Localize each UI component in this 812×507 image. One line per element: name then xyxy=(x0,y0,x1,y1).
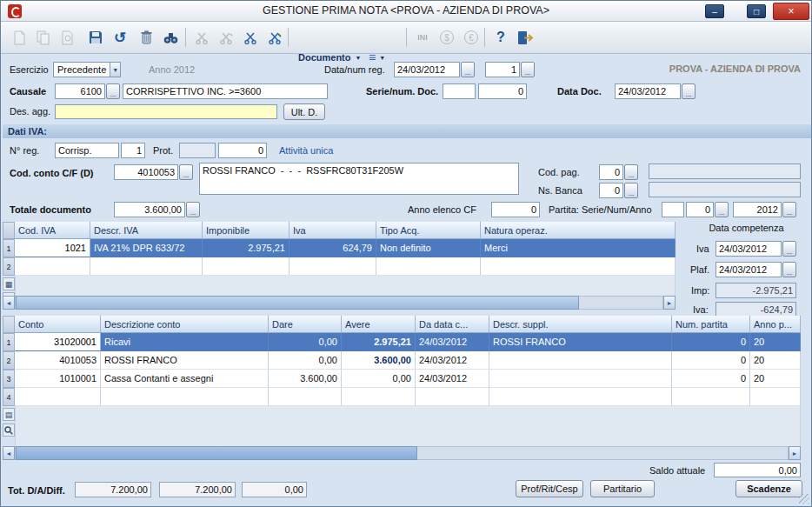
close-button[interactable]: × xyxy=(773,3,809,20)
cell-descrizione[interactable]: ROSSI FRANCO xyxy=(101,351,269,370)
restore-row-icon[interactable] xyxy=(263,26,286,49)
cod-conto-field[interactable]: 4010053 xyxy=(114,164,178,180)
save-icon[interactable] xyxy=(84,26,107,49)
help-icon[interactable]: ? xyxy=(489,26,512,49)
delete-icon[interactable] xyxy=(135,26,157,49)
num-reg-field[interactable]: 1 xyxy=(485,62,520,77)
cell-iva[interactable] xyxy=(290,257,376,276)
iva-grid-row[interactable] xyxy=(15,257,676,276)
undo-icon[interactable]: ↺ xyxy=(109,26,131,49)
cell-iva[interactable]: 624,79 xyxy=(290,239,376,257)
grid-view-icon[interactable]: ▦ xyxy=(3,277,15,290)
cell-avere[interactable]: 2.975,21 xyxy=(342,333,416,351)
cell-num-partita[interactable]: 0 xyxy=(672,333,750,351)
attivita-link[interactable]: Attività unica xyxy=(279,145,333,156)
data-doc-field[interactable]: 24/03/2012 xyxy=(615,83,681,99)
num-doc-field[interactable]: 0 xyxy=(478,83,527,99)
magnifier-icon[interactable] xyxy=(3,424,15,437)
cell-conto[interactable]: 31020001 xyxy=(15,333,101,351)
col-header-natura-operaz[interactable]: Natura operaz. xyxy=(481,222,676,239)
conti-grid-row[interactable]: 1010001 Cassa Contanti e assegni 3.600,0… xyxy=(15,370,801,388)
data-doc-picker-button[interactable]: ... xyxy=(682,83,696,99)
conti-scrollbar-thumb[interactable] xyxy=(16,446,417,460)
serie-doc-field[interactable] xyxy=(443,83,476,99)
ult-d-button[interactable]: Ult. D. xyxy=(283,103,325,120)
partita-anno-field[interactable]: 2012 xyxy=(733,202,782,217)
maximize-button[interactable]: □ xyxy=(747,4,766,18)
cell-dare[interactable]: 0,00 xyxy=(269,351,342,370)
cell-descrizione[interactable] xyxy=(101,388,269,406)
num-reg-picker-button[interactable]: ... xyxy=(521,62,535,77)
conti-scroll-right-arrow[interactable]: ► xyxy=(789,446,801,460)
causale-code-field[interactable]: 6100 xyxy=(55,83,105,99)
cell-imponibile[interactable] xyxy=(203,257,290,276)
partita-num-field[interactable]: 0 xyxy=(686,202,714,217)
des-agg-field[interactable] xyxy=(55,104,277,119)
cell-tipo-acq[interactable]: Non definito xyxy=(376,239,481,257)
competenza-iva-field[interactable]: 24/03/2012 xyxy=(715,241,782,257)
cell-dare[interactable]: 3.600,00 xyxy=(269,370,342,388)
plaf-field[interactable]: 24/03/2012 xyxy=(715,262,782,277)
partita-anno-picker-button[interactable]: ... xyxy=(782,202,796,217)
cell-anno[interactable]: 20 xyxy=(750,351,801,370)
cell-dare[interactable] xyxy=(269,388,342,406)
iva-scrollbar-thumb[interactable] xyxy=(16,296,579,310)
cell-descr-iva[interactable]: IVA 21% DPR 633/72 xyxy=(90,239,203,257)
cell-descrizione[interactable]: Cassa Contanti e assegni xyxy=(101,370,269,388)
data-reg-picker-button[interactable]: ... xyxy=(461,62,475,77)
iva-grid-row[interactable]: 1021 IVA 21% DPR 633/72 2.975,21 624,79 … xyxy=(15,239,676,257)
data-reg-field[interactable]: 24/03/2012 xyxy=(394,62,460,77)
cell-descrizione[interactable]: Ricavi xyxy=(101,333,269,351)
cell-descr-suppl[interactable] xyxy=(489,370,672,388)
col-header-iva[interactable]: Iva xyxy=(290,222,376,239)
conti-grid-row[interactable]: 31020001 Ricavi 0,00 2.975,21 24/03/2012… xyxy=(15,333,801,351)
col-header-da-data[interactable]: Da data c... xyxy=(416,316,489,333)
cell-imponibile[interactable]: 2.975,21 xyxy=(203,239,290,257)
prof-rit-cesp-button[interactable]: Prof/Rit/Cesp xyxy=(516,480,583,497)
col-header-tipo-acq[interactable]: Tipo Acq. xyxy=(376,222,481,239)
plaf-picker-button[interactable]: ... xyxy=(782,262,796,277)
cell-conto[interactable]: 4010053 xyxy=(15,351,101,370)
reg-tipo-field[interactable]: Corrisp. xyxy=(55,143,119,158)
conti-grid-row[interactable] xyxy=(15,388,801,406)
totale-documento-field[interactable]: 3.600,00 xyxy=(114,202,185,217)
cell-da-data[interactable]: 24/03/2012 xyxy=(416,333,489,351)
cod-pag-field[interactable]: 0 xyxy=(599,164,623,180)
cell-cod-iva[interactable]: 1021 xyxy=(15,239,90,257)
cell-descr-iva[interactable] xyxy=(90,257,203,276)
cell-cod-iva[interactable] xyxy=(15,257,90,276)
cell-anno[interactable]: 20 xyxy=(750,370,801,388)
col-header-num-partita[interactable]: Num. partita xyxy=(672,316,750,333)
col-header-descr-suppl[interactable]: Descr. suppl. xyxy=(489,316,672,333)
conti-scroll-left-arrow[interactable]: ◄ xyxy=(3,446,15,460)
exit-icon[interactable] xyxy=(514,26,536,49)
cell-da-data[interactable]: 24/03/2012 xyxy=(416,370,489,388)
cell-num-partita[interactable] xyxy=(672,388,750,406)
cell-tipo-acq[interactable] xyxy=(376,257,481,276)
col-header-avere[interactable]: Avere xyxy=(342,316,416,333)
cell-descr-suppl[interactable] xyxy=(489,388,672,406)
esercizio-select[interactable]: Precedente ▼ xyxy=(53,62,121,77)
col-header-anno-p[interactable]: Anno p... xyxy=(750,316,801,333)
causale-desc-field[interactable]: CORRISPETTIVO INC. >=3600 xyxy=(123,83,328,99)
prot-num-field[interactable]: 0 xyxy=(218,143,267,158)
col-header-dare[interactable]: Dare xyxy=(269,316,342,333)
competenza-iva-picker-button[interactable]: ... xyxy=(782,241,796,257)
partitario-button[interactable]: Partitario xyxy=(590,480,655,497)
col-header-imponibile[interactable]: Imponibile xyxy=(203,222,290,239)
cell-conto[interactable] xyxy=(15,388,101,406)
cell-conto[interactable]: 1010001 xyxy=(15,370,101,388)
partita-serie-field[interactable] xyxy=(662,202,684,217)
cell-dare[interactable]: 0,00 xyxy=(269,333,342,351)
cell-avere[interactable]: 3.600,00 xyxy=(342,351,416,370)
ns-banca-field[interactable]: 0 xyxy=(599,183,623,198)
col-header-descrizione-conto[interactable]: Descrizione conto xyxy=(101,316,269,333)
reg-num-field[interactable]: 1 xyxy=(121,143,145,158)
scadenze-button[interactable]: Scadenze xyxy=(735,480,802,497)
cell-natura-operaz[interactable]: Merci xyxy=(481,239,676,257)
cell-descr-suppl[interactable] xyxy=(489,351,672,370)
cell-num-partita[interactable]: 0 xyxy=(672,351,750,370)
totale-picker-button[interactable]: ... xyxy=(186,202,200,217)
cell-anno[interactable]: 20 xyxy=(750,333,801,351)
minimize-button[interactable]: – xyxy=(705,4,724,18)
